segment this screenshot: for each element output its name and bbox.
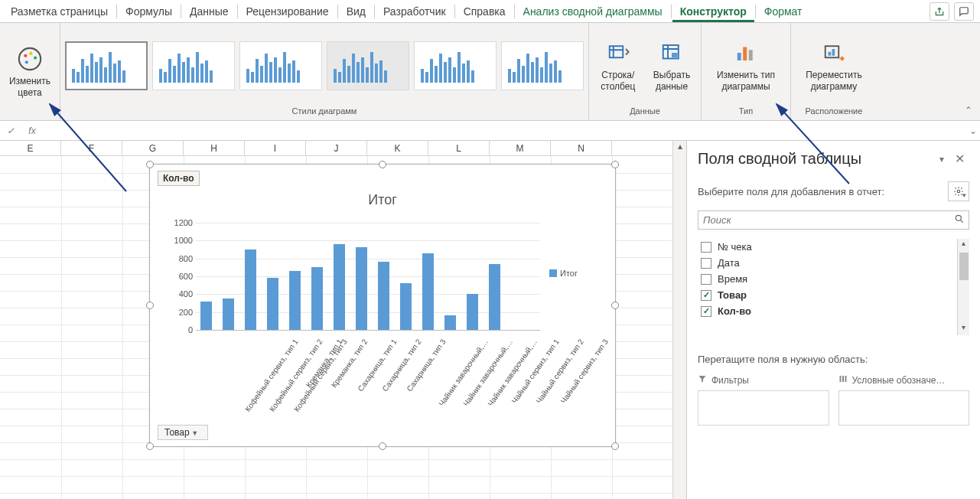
pane-menu-button[interactable]: ▾ <box>933 152 950 166</box>
field-row[interactable]: Время <box>698 271 969 287</box>
bar[interactable] <box>200 302 212 330</box>
checkbox-icon[interactable] <box>701 258 711 269</box>
select-data-button[interactable]: Выбрать данные <box>647 36 696 95</box>
tab-review[interactable]: Рецензирование <box>239 1 337 22</box>
bar[interactable] <box>489 264 500 330</box>
fields-list[interactable]: № чека Дата Время Товар Кол-во ▴ ▾ <box>698 239 969 335</box>
fields-scrollbar[interactable]: ▴ ▾ <box>957 239 969 335</box>
col-header[interactable]: L <box>428 141 490 155</box>
tab-format[interactable]: Формат <box>757 1 810 22</box>
change-chart-type-button[interactable]: Изменить тип диаграммы <box>711 36 781 95</box>
bar[interactable] <box>422 253 434 330</box>
col-header[interactable]: M <box>490 141 551 155</box>
chart-type-icon <box>734 39 757 67</box>
checkbox-icon[interactable] <box>701 274 711 285</box>
share-button[interactable] <box>930 2 949 21</box>
svg-rect-18 <box>845 376 846 382</box>
pivot-chart[interactable]: Кол-во Итог 1200 1000 800 600 400 200 0 <box>149 164 616 447</box>
checkbox-icon[interactable] <box>701 242 711 253</box>
legend-dropzone[interactable]: Условные обозначе… <box>838 374 970 426</box>
scrollbar-thumb[interactable] <box>959 253 969 280</box>
chart-style-4[interactable] <box>327 41 409 90</box>
svg-point-3 <box>34 57 37 60</box>
svg-point-0 <box>19 48 41 70</box>
bar[interactable] <box>334 244 345 330</box>
bar[interactable] <box>356 247 367 331</box>
svg-rect-10 <box>749 50 753 60</box>
chart-style-5[interactable] <box>414 41 497 90</box>
col-header[interactable]: E <box>0 141 61 155</box>
formula-bar-expand[interactable]: ⌄ <box>966 126 980 136</box>
tab-help[interactable]: Справка <box>456 1 513 22</box>
bar[interactable] <box>467 294 478 330</box>
bar[interactable] <box>289 271 301 330</box>
x-axis-label: Чайный сервиз, тип 3 <box>558 338 609 405</box>
bar[interactable] <box>245 250 256 330</box>
pane-close-button[interactable]: ✕ <box>950 150 969 168</box>
switch-row-column-button[interactable]: Строка/ столбец <box>594 36 643 95</box>
pane-settings-button[interactable] <box>948 181 969 201</box>
scroll-up-icon[interactable]: ▴ <box>962 239 965 251</box>
chart-style-1[interactable] <box>65 41 148 90</box>
bar[interactable] <box>311 267 323 330</box>
comments-button[interactable] <box>954 2 974 21</box>
move-chart-button[interactable]: Переместить диаграмму <box>799 36 868 95</box>
col-header[interactable]: K <box>367 141 428 155</box>
chart-values-field-button[interactable]: Кол-во <box>158 171 200 186</box>
fx-label[interactable]: fx <box>21 126 43 136</box>
chart-style-3[interactable] <box>239 41 322 90</box>
col-header[interactable]: G <box>122 141 184 155</box>
tab-formulas[interactable]: Формулы <box>118 1 180 22</box>
bar[interactable] <box>400 283 412 330</box>
bar[interactable] <box>267 278 278 330</box>
ribbon-collapse-button[interactable]: ⌃ <box>965 105 972 116</box>
fields-search-input[interactable] <box>698 210 969 230</box>
drag-hint: Перетащите поля в нужную область: <box>698 354 969 365</box>
svg-point-14 <box>957 190 960 193</box>
tab-page-layout[interactable]: Разметка страницы <box>3 1 116 22</box>
tab-data[interactable]: Данные <box>182 1 236 22</box>
svg-rect-17 <box>842 376 844 382</box>
scroll-up-icon[interactable]: ▴ <box>678 141 682 155</box>
col-header[interactable]: I <box>245 141 306 155</box>
field-row[interactable]: Дата <box>698 255 969 271</box>
change-colors-button[interactable]: Изменить цвета <box>3 42 57 101</box>
col-header[interactable]: N <box>551 141 612 155</box>
sheet-vertical-scrollbar[interactable]: ▴ <box>672 141 686 499</box>
formula-input[interactable] <box>43 123 966 139</box>
bar[interactable] <box>378 262 389 330</box>
bar[interactable] <box>444 315 456 330</box>
chart-style-2[interactable] <box>152 41 235 90</box>
chart-axis-field-button[interactable]: Товар <box>158 425 208 440</box>
legend-swatch-icon <box>549 269 557 277</box>
scroll-down-icon[interactable]: ▾ <box>962 323 965 335</box>
tab-design[interactable]: Конструктор <box>672 1 754 22</box>
chart-style-6[interactable] <box>501 41 584 90</box>
cancel-icon[interactable]: ✓ <box>0 126 21 136</box>
col-header[interactable]: J <box>306 141 367 155</box>
change-colors-label: Изменить цвета <box>9 76 50 98</box>
tab-analyze[interactable]: Анализ сводной диаграммы <box>516 1 670 22</box>
col-header[interactable]: H <box>184 141 245 155</box>
gear-icon <box>953 186 964 197</box>
sheet-area[interactable]: E F G H I J K L M N Кол-во Итог 1200 100… <box>0 141 672 499</box>
checkbox-icon[interactable] <box>701 290 711 301</box>
field-row[interactable]: № чека <box>698 239 969 255</box>
checkbox-icon[interactable] <box>701 306 711 317</box>
palette-icon <box>17 45 43 73</box>
chart-styles-gallery[interactable] <box>65 28 584 103</box>
bar[interactable] <box>223 298 234 330</box>
column-headers: E F G H I J K L M N <box>0 141 672 156</box>
tab-developer[interactable]: Разработчик <box>376 1 454 22</box>
field-row[interactable]: Товар <box>698 287 969 303</box>
move-chart-icon <box>822 39 845 67</box>
x-axis-labels: Кофейный сервиз, тип 1Кофейный сервиз, т… <box>196 333 540 425</box>
col-header[interactable]: F <box>61 141 122 155</box>
chart-legend[interactable]: Итог <box>549 269 578 278</box>
field-row[interactable]: Кол-во <box>698 303 969 319</box>
filters-dropzone[interactable]: Фильтры <box>698 374 829 426</box>
filter-icon <box>698 374 707 386</box>
select-data-icon <box>660 39 683 67</box>
chart-title[interactable]: Итог <box>150 192 615 208</box>
tab-view[interactable]: Вид <box>339 1 373 22</box>
